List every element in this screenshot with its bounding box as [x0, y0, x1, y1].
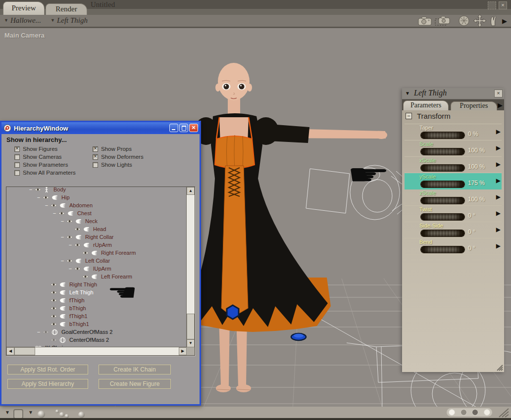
param-arrow-icon[interactable]	[496, 161, 501, 168]
tree-item-abdomen[interactable]: Abdomen	[7, 201, 186, 209]
param-arrow-icon[interactable]	[496, 242, 501, 249]
eye-icon[interactable]	[50, 298, 58, 303]
param-dial[interactable]	[420, 132, 465, 139]
tree-item-left-collar[interactable]: Left Collar	[7, 257, 186, 265]
eye-icon[interactable]	[81, 275, 90, 279]
param-arrow-icon[interactable]	[496, 144, 501, 151]
tree-item-ruparm[interactable]: rUpArm	[7, 241, 186, 249]
param-dial[interactable]	[420, 246, 465, 253]
param-arrow-icon[interactable]	[496, 128, 501, 135]
parameters-panel-header[interactable]: Left Thigh	[402, 88, 504, 99]
param-dial[interactable]	[420, 213, 465, 221]
checkbox-box[interactable]	[14, 154, 20, 160]
eye-icon[interactable]	[34, 187, 42, 192]
param-dial[interactable]	[420, 181, 465, 188]
checkbox-box[interactable]	[93, 162, 98, 168]
hand-tool-icon[interactable]	[490, 15, 497, 27]
checkbox-box[interactable]	[93, 154, 98, 160]
style-ball-icon[interactable]	[484, 409, 490, 416]
minimize-button[interactable]	[169, 124, 178, 132]
actor-menu-dropdown[interactable]: Left Thigh	[51, 16, 88, 25]
menu-arrow-icon[interactable]	[5, 407, 10, 418]
button-apply-std-hierarchy[interactable]: Apply Std Hierarchy	[7, 379, 88, 389]
resize-grip-icon[interactable]	[498, 408, 509, 418]
scroll-up-icon[interactable]	[187, 187, 195, 195]
tab-properties[interactable]: Properties	[451, 101, 497, 110]
param-arrow-icon[interactable]	[496, 193, 501, 200]
tree-item-left-forearm[interactable]: Left Forearm	[7, 273, 186, 280]
tree-item-fthigh[interactable]: fThigh	[7, 296, 186, 304]
button-create-ik-chain[interactable]: Create IK Chain	[99, 365, 171, 374]
tree-item-body[interactable]: Body	[7, 187, 186, 193]
eye-icon[interactable]	[65, 235, 74, 239]
tree-item-bthigh[interactable]: bThigh	[7, 304, 186, 312]
tree-item-centerofmass-2[interactable]: CenterOfMass 2	[7, 336, 186, 344]
expander-icon[interactable]	[51, 210, 57, 216]
eye-icon[interactable]	[50, 282, 58, 287]
tree-item-bthigh1[interactable]: bThigh1	[7, 320, 186, 328]
close-icon[interactable]	[499, 1, 507, 9]
tree-item-hip[interactable]: Hip	[7, 193, 186, 201]
expander-icon[interactable]	[44, 202, 50, 208]
button-apply-std-rot-order[interactable]: Apply Std Rot. Order	[7, 365, 88, 374]
maximize-button[interactable]	[179, 124, 188, 132]
camera-icon[interactable]	[417, 15, 432, 26]
section-collapse-icon[interactable]: −	[406, 113, 412, 119]
panel-tab-overflow-icon[interactable]	[498, 101, 503, 109]
style-ball-icon[interactable]	[449, 409, 455, 416]
eye-icon[interactable]	[73, 267, 82, 271]
camera-name-label[interactable]: Main Camera	[4, 32, 45, 39]
figure[interactable]	[192, 63, 387, 392]
sphere-icon[interactable]	[38, 411, 45, 418]
eye-icon[interactable]	[81, 251, 90, 255]
selection-frame-icon[interactable]	[488, 1, 496, 9]
checkbox-box[interactable]	[14, 162, 20, 168]
checkbox-box[interactable]	[14, 146, 20, 152]
expander-icon[interactable]	[28, 187, 34, 192]
hierarchy-window-titlebar[interactable]: HierarchyWindow	[1, 122, 200, 134]
display-style-selector[interactable]	[447, 408, 492, 417]
param-arrow-icon[interactable]	[496, 177, 501, 184]
scroll-down-icon[interactable]	[187, 339, 195, 347]
eye-icon[interactable]	[50, 338, 58, 342]
eye-icon[interactable]	[50, 314, 58, 319]
tree-item-neck[interactable]: Neck	[7, 217, 186, 225]
param-dial[interactable]	[420, 164, 465, 172]
scrollbar-thumb[interactable]	[187, 314, 195, 339]
checkbox-box[interactable]	[14, 170, 20, 176]
tree-item-right-forearm[interactable]: Right Forearm	[7, 249, 186, 257]
floor-puck-prop[interactable]	[291, 333, 306, 340]
tree-item-head[interactable]: Head	[7, 225, 186, 233]
param-arrow-icon[interactable]	[496, 226, 501, 233]
tree-item-luparm[interactable]: lUpArm	[7, 265, 186, 273]
button-create-new-figure[interactable]: Create New Figure	[99, 379, 171, 389]
horizontal-scrollbar[interactable]	[6, 347, 187, 355]
expander-icon[interactable]	[59, 234, 65, 240]
tree-item-left-thigh[interactable]: Left Thigh	[7, 288, 186, 296]
close-button[interactable]	[189, 124, 198, 132]
expander-icon[interactable]	[59, 258, 65, 264]
tree-item-right-thigh[interactable]: Right Thigh	[7, 280, 186, 288]
expander-icon[interactable]	[36, 329, 42, 335]
checkbox-show-cameras[interactable]: Show Cameras	[14, 153, 93, 161]
param-dial[interactable]	[420, 230, 465, 237]
menu-arrow-icon[interactable]	[28, 407, 33, 418]
eye-icon[interactable]	[50, 322, 58, 327]
expander-icon[interactable]	[67, 266, 73, 272]
expander-icon[interactable]	[59, 218, 65, 224]
eye-icon[interactable]	[57, 211, 66, 216]
eye-icon[interactable]	[50, 306, 58, 311]
scrollbar-thumb[interactable]	[14, 347, 35, 355]
tree-item-right-collar[interactable]: Right Collar	[7, 233, 186, 241]
expander-icon[interactable]	[67, 242, 73, 248]
move-tool-icon[interactable]	[472, 13, 487, 28]
figure-menu-dropdown[interactable]: Hallowe...	[4, 16, 41, 25]
scroll-right-icon[interactable]	[179, 347, 187, 355]
panel-collapse-icon[interactable]	[405, 91, 410, 96]
light-icon[interactable]	[458, 15, 470, 27]
eye-icon[interactable]	[65, 259, 74, 263]
checkbox-show-figures[interactable]: Show Figures	[14, 145, 93, 153]
toolbar-expand-icon[interactable]	[502, 17, 507, 25]
checkbox-show-lights[interactable]: Show Lights	[93, 161, 144, 169]
eye-icon[interactable]	[42, 330, 50, 334]
